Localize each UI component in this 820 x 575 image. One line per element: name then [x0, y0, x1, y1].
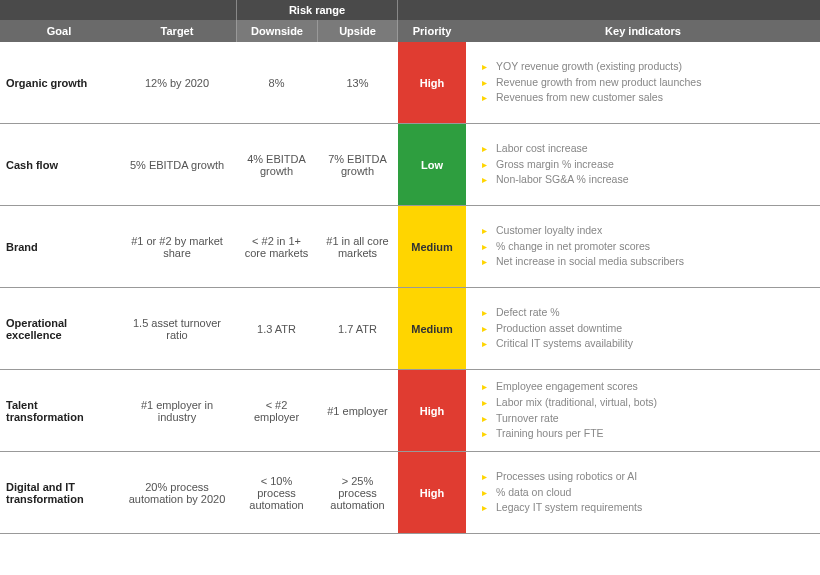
- goals-table: Risk range Goal Target Downside Upside P…: [0, 0, 820, 534]
- super-header-spacer: [0, 0, 236, 20]
- cell-indicators: Processes using robotics or AI% data on …: [466, 452, 820, 533]
- cell-downside: < #2 employer: [236, 370, 317, 451]
- risk-range-header: Risk range: [236, 0, 398, 20]
- indicator-item: Net increase in social media subscribers: [482, 254, 814, 270]
- indicator-item: Critical IT systems availability: [482, 336, 814, 352]
- cell-priority: High: [398, 370, 466, 451]
- cell-goal: Digital and IT transformation: [0, 452, 118, 533]
- cell-goal: Brand: [0, 206, 118, 287]
- indicator-list: Employee engagement scoresLabor mix (tra…: [482, 379, 814, 442]
- cell-downside: < 10% process automation: [236, 452, 317, 533]
- indicator-list: Defect rate %Production asset downtimeCr…: [482, 305, 814, 352]
- indicator-list: Customer loyalty index% change in net pr…: [482, 223, 814, 270]
- indicator-item: YOY revenue growth (existing products): [482, 59, 814, 75]
- cell-indicators: Customer loyalty index% change in net pr…: [466, 206, 820, 287]
- cell-downside: < #2 in 1+ core markets: [236, 206, 317, 287]
- rows-container: Organic growth12% by 20208%13%HighYOY re…: [0, 42, 820, 534]
- col-header-target: Target: [118, 20, 236, 42]
- cell-upside: #1 employer: [317, 370, 398, 451]
- cell-target: 20% process automation by 2020: [118, 452, 236, 533]
- super-header-spacer: [398, 0, 820, 20]
- indicator-item: Labor mix (traditional, virtual, bots): [482, 395, 814, 411]
- indicator-item: Defect rate %: [482, 305, 814, 321]
- table-row: Operational excellence1.5 asset turnover…: [0, 288, 820, 370]
- indicator-list: YOY revenue growth (existing products)Re…: [482, 59, 814, 106]
- indicator-item: Production asset downtime: [482, 321, 814, 337]
- col-header-upside: Upside: [317, 20, 398, 42]
- cell-priority: High: [398, 42, 466, 123]
- cell-indicators: Employee engagement scoresLabor mix (tra…: [466, 370, 820, 451]
- indicator-item: Turnover rate: [482, 411, 814, 427]
- cell-upside: #1 in all core markets: [317, 206, 398, 287]
- cell-target: 5% EBITDA growth: [118, 124, 236, 205]
- col-header-downside: Downside: [236, 20, 317, 42]
- indicator-list: Processes using robotics or AI% data on …: [482, 469, 814, 516]
- column-header-row: Goal Target Downside Upside Priority Key…: [0, 20, 820, 42]
- cell-upside: 13%: [317, 42, 398, 123]
- super-header-row: Risk range: [0, 0, 820, 20]
- indicator-item: Non-labor SG&A % increase: [482, 172, 814, 188]
- cell-upside: 7% EBITDA growth: [317, 124, 398, 205]
- indicator-item: Training hours per FTE: [482, 426, 814, 442]
- table-row: Brand#1 or #2 by market share< #2 in 1+ …: [0, 206, 820, 288]
- cell-upside: 1.7 ATR: [317, 288, 398, 369]
- indicator-item: Employee engagement scores: [482, 379, 814, 395]
- col-header-priority: Priority: [398, 20, 466, 42]
- cell-goal: Cash flow: [0, 124, 118, 205]
- table-row: Talent transformation#1 employer in indu…: [0, 370, 820, 452]
- cell-priority: High: [398, 452, 466, 533]
- indicator-item: Gross margin % increase: [482, 157, 814, 173]
- table-header: Risk range Goal Target Downside Upside P…: [0, 0, 820, 42]
- indicator-item: Processes using robotics or AI: [482, 469, 814, 485]
- cell-downside: 4% EBITDA growth: [236, 124, 317, 205]
- indicator-list: Labor cost increaseGross margin % increa…: [482, 141, 814, 188]
- cell-priority: Medium: [398, 206, 466, 287]
- cell-target: 12% by 2020: [118, 42, 236, 123]
- cell-goal: Organic growth: [0, 42, 118, 123]
- cell-target: 1.5 asset turnover ratio: [118, 288, 236, 369]
- cell-downside: 1.3 ATR: [236, 288, 317, 369]
- table-row: Organic growth12% by 20208%13%HighYOY re…: [0, 42, 820, 124]
- cell-indicators: YOY revenue growth (existing products)Re…: [466, 42, 820, 123]
- cell-indicators: Defect rate %Production asset downtimeCr…: [466, 288, 820, 369]
- cell-goal: Talent transformation: [0, 370, 118, 451]
- indicator-item: Customer loyalty index: [482, 223, 814, 239]
- indicator-item: Legacy IT system requirements: [482, 500, 814, 516]
- cell-priority: Low: [398, 124, 466, 205]
- indicator-item: % data on cloud: [482, 485, 814, 501]
- indicator-item: Labor cost increase: [482, 141, 814, 157]
- cell-indicators: Labor cost increaseGross margin % increa…: [466, 124, 820, 205]
- cell-priority: Medium: [398, 288, 466, 369]
- table-row: Cash flow5% EBITDA growth4% EBITDA growt…: [0, 124, 820, 206]
- indicator-item: Revenues from new customer sales: [482, 90, 814, 106]
- cell-goal: Operational excellence: [0, 288, 118, 369]
- col-header-indicators: Key indicators: [466, 20, 820, 42]
- table-row: Digital and IT transformation20% process…: [0, 452, 820, 534]
- cell-target: #1 or #2 by market share: [118, 206, 236, 287]
- indicator-item: Revenue growth from new product launches: [482, 75, 814, 91]
- cell-target: #1 employer in industry: [118, 370, 236, 451]
- col-header-goal: Goal: [0, 20, 118, 42]
- cell-downside: 8%: [236, 42, 317, 123]
- cell-upside: > 25% process automation: [317, 452, 398, 533]
- indicator-item: % change in net promoter scores: [482, 239, 814, 255]
